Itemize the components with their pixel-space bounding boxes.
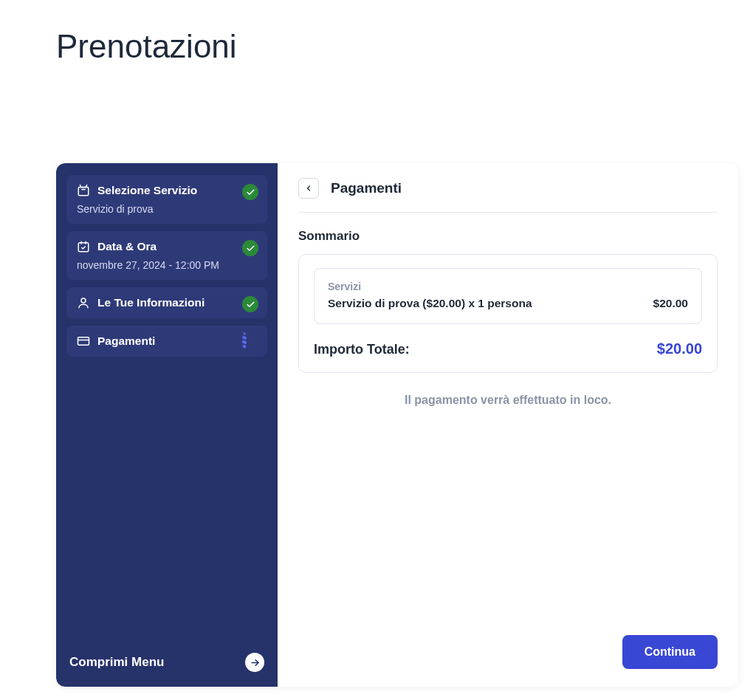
chevron-left-icon <box>304 184 313 193</box>
main-footer: Continua <box>298 635 718 669</box>
back-button[interactable] <box>298 178 319 199</box>
step-your-info[interactable]: Le Tue Informazioni <box>66 287 267 318</box>
main-body: Sommario Servizi Servizio di prova ($20.… <box>298 213 718 407</box>
step-subtitle: novembre 27, 2024 - 12:00 PM <box>77 259 257 271</box>
continue-button[interactable]: Continua <box>622 635 718 669</box>
service-line-price: $20.00 <box>653 297 688 310</box>
svg-rect-3 <box>78 337 89 346</box>
step-list: Selezione Servizio Servizio di prova <box>66 175 267 357</box>
step-title: Le Tue Informazioni <box>97 296 205 309</box>
step-payments[interactable]: Pagamenti <box>66 326 267 357</box>
check-icon <box>242 184 258 200</box>
svg-rect-0 <box>78 188 89 196</box>
person-icon <box>77 296 90 309</box>
service-line-text: Servizio di prova ($20.00) x 1 persona <box>328 297 532 310</box>
services-label: Servizi <box>328 281 688 292</box>
summary-box: Servizi Servizio di prova ($20.00) x 1 p… <box>298 254 718 373</box>
step-header: Data & Ora <box>77 240 257 253</box>
svg-rect-1 <box>78 243 89 252</box>
arrow-right-icon <box>245 653 264 672</box>
status-current-icon <box>242 334 258 351</box>
main-panel: Pagamenti Sommario Servizi Servizio di p… <box>278 163 738 687</box>
main-header: Pagamenti <box>298 178 718 213</box>
status-done-icon <box>242 296 258 312</box>
check-icon <box>242 296 258 312</box>
svg-point-2 <box>81 298 86 303</box>
summary-label: Sommario <box>298 229 718 244</box>
ring-icon <box>242 332 247 349</box>
collapse-menu-button[interactable]: Comprimi Menu <box>66 642 267 675</box>
status-done-icon <box>242 240 258 256</box>
step-service-selection[interactable]: Selezione Servizio Servizio di prova <box>66 175 267 224</box>
step-title: Pagamenti <box>97 334 155 348</box>
collapse-menu-label: Comprimi Menu <box>69 655 164 670</box>
sidebar: Selezione Servizio Servizio di prova <box>56 163 278 687</box>
page-title: Prenotazioni <box>0 0 756 65</box>
total-amount: $20.00 <box>657 340 702 357</box>
step-header: Pagamenti <box>77 334 257 348</box>
status-done-icon <box>242 184 258 200</box>
card-icon <box>77 334 90 348</box>
main-title: Pagamenti <box>331 180 402 196</box>
calendar-icon <box>77 240 90 253</box>
service-line: Servizio di prova ($20.00) x 1 persona $… <box>328 297 688 310</box>
total-label: Importo Totale: <box>314 342 410 357</box>
step-date-time[interactable]: Data & Ora novembre 27, 2024 - 12:00 PM <box>66 231 267 280</box>
step-header: Selezione Servizio <box>77 184 257 197</box>
payment-note: Il pagamento verrà effettuato in loco. <box>298 394 718 407</box>
services-box: Servizi Servizio di prova ($20.00) x 1 p… <box>314 268 702 324</box>
step-subtitle: Servizio di prova <box>77 203 257 215</box>
step-title: Selezione Servizio <box>97 184 197 197</box>
total-line: Importo Totale: $20.00 <box>314 340 702 357</box>
step-header: Le Tue Informazioni <box>77 296 257 309</box>
step-title: Data & Ora <box>97 240 157 253</box>
check-icon <box>242 240 258 256</box>
booking-card: Selezione Servizio Servizio di prova <box>56 163 738 687</box>
bag-icon <box>77 184 90 197</box>
